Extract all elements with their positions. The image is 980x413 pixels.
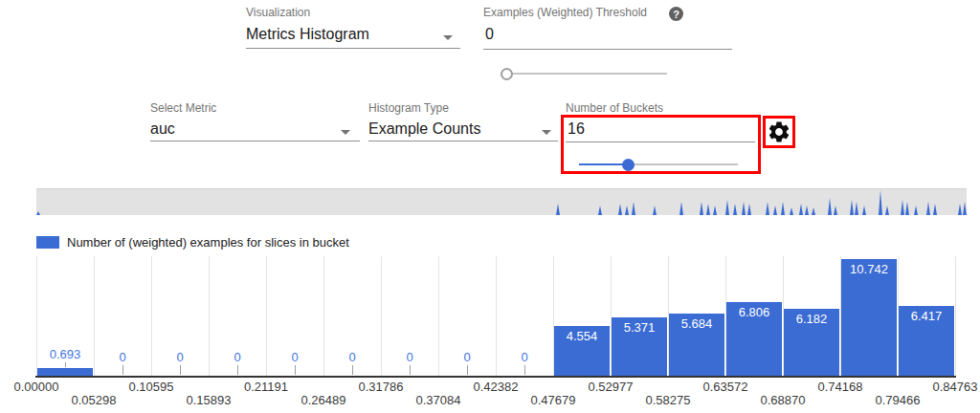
bar-value-label: 6.182	[783, 312, 840, 326]
x-axis-tick-label: 0.05298	[63, 393, 124, 407]
slice-spike	[879, 190, 882, 215]
bar-value-label: 0	[209, 350, 266, 364]
select-metric-label: Select Metric	[150, 101, 216, 115]
select-metric-select[interactable]: auc	[150, 120, 175, 138]
slice-spike	[632, 202, 635, 215]
slice-spike	[625, 206, 629, 215]
bar-value-label: 5.371	[611, 320, 668, 335]
x-axis-tick-label: 0.15893	[178, 393, 239, 407]
slice-spike	[933, 204, 937, 215]
legend-label: Number of (weighted) examples for slices…	[67, 235, 349, 250]
x-axis-tick-label: 0.37084	[408, 393, 469, 407]
slice-spike	[885, 206, 889, 215]
x-axis-line	[35, 376, 956, 378]
label-stem	[180, 365, 181, 375]
bar-value-label: 0	[94, 350, 151, 364]
bar-value-label: 0	[438, 350, 496, 364]
slice-spike	[914, 206, 918, 215]
slice-spike	[598, 206, 602, 215]
histogram-type-underline	[368, 141, 558, 141]
legend-swatch	[36, 236, 59, 249]
chevron-down-icon[interactable]	[542, 130, 551, 135]
slice-spike	[805, 206, 809, 215]
histogram-bar[interactable]	[37, 368, 93, 376]
x-axis-tick-label: 0.84763	[924, 380, 980, 394]
slice-spike	[725, 200, 729, 215]
bar-value-label: 4.554	[553, 329, 611, 343]
slice-spike	[773, 206, 777, 215]
slice-spike	[653, 206, 657, 215]
visualization-label: Visualization	[246, 6, 310, 19]
slice-spike	[799, 204, 803, 215]
histogram-bar[interactable]	[841, 259, 897, 376]
label-stem	[410, 365, 411, 375]
slice-spike	[766, 202, 769, 215]
bar-value-label: 0	[266, 350, 323, 364]
bar-value-label: 6.806	[725, 305, 783, 319]
threshold-slider-thumb[interactable]	[501, 68, 513, 80]
bar-value-label: 5.684	[668, 316, 725, 331]
label-stem	[65, 362, 66, 367]
chevron-down-icon[interactable]	[443, 35, 453, 40]
slice-spike	[850, 200, 854, 215]
help-icon[interactable]: ?	[669, 7, 683, 21]
x-axis-tick-label: 0.79466	[867, 393, 928, 407]
select-metric-underline	[150, 141, 360, 141]
slice-spike	[828, 198, 832, 215]
label-stem	[122, 365, 123, 375]
visualization-underline	[246, 48, 460, 49]
label-stem	[524, 365, 525, 375]
slice-spike	[862, 206, 866, 215]
label-stem	[352, 365, 353, 375]
x-axis-tick-label: 0.68870	[752, 393, 813, 407]
threshold-label: Examples (Weighted) Threshold	[483, 6, 647, 19]
slice-spike	[790, 207, 793, 215]
label-stem	[237, 365, 238, 375]
slice-spike	[812, 207, 815, 215]
threshold-input[interactable]: 0	[485, 26, 494, 43]
num-buckets-slider-fill	[579, 163, 628, 165]
bar-value-label: 0	[381, 350, 438, 364]
slice-spike	[926, 202, 930, 215]
slice-spike	[958, 204, 962, 215]
num-buckets-slider-thumb[interactable]	[622, 159, 635, 171]
slice-spike	[706, 204, 710, 215]
slice-density-sparkline	[36, 189, 967, 215]
num-buckets-label: Number of Buckets	[566, 101, 663, 115]
slice-spike	[700, 202, 703, 215]
x-axis-labels: 0.000000.052980.105950.158930.211910.264…	[36, 380, 980, 408]
slice-overview-strip[interactable]	[36, 188, 967, 215]
visualization-select[interactable]: Metrics Histogram	[246, 26, 369, 43]
label-stem	[467, 365, 468, 375]
slice-spike	[742, 202, 746, 215]
x-axis-tick-label: 0.47679	[523, 393, 584, 407]
slice-spike	[781, 202, 785, 215]
x-axis-tick-label: 0.42382	[465, 380, 526, 394]
slice-spike	[963, 202, 967, 215]
slice-spike	[556, 204, 560, 215]
threshold-slider-track[interactable]	[501, 73, 667, 75]
gear-icon[interactable]	[767, 120, 791, 144]
slice-spike	[36, 211, 40, 215]
x-axis-tick-label: 0.63572	[695, 380, 756, 394]
histogram-plot: 0.693000000004.5545.3715.6846.8066.18210…	[36, 256, 955, 376]
x-axis-tick-label: 0.58275	[637, 393, 699, 407]
metrics-histogram-panel: Visualization Metrics Histogram Examples…	[0, 0, 980, 413]
bar-value-label: 0	[496, 350, 553, 364]
chevron-down-icon[interactable]	[341, 130, 350, 135]
label-stem	[295, 365, 296, 375]
slice-spike	[733, 204, 737, 215]
slice-spike	[679, 202, 683, 215]
slice-spike	[901, 200, 904, 215]
x-axis-tick-label: 0.74168	[810, 380, 871, 394]
x-axis-tick-label: 0.26489	[293, 393, 354, 407]
gridline	[955, 256, 956, 376]
bar-value-label: 0	[323, 350, 381, 364]
chart-legend: Number of (weighted) examples for slices…	[36, 235, 349, 250]
num-buckets-input[interactable]: 16	[568, 120, 585, 138]
bar-value-label: 6.417	[898, 309, 955, 323]
histogram-type-select[interactable]: Example Counts	[368, 120, 480, 138]
histogram-type-label: Histogram Type	[368, 101, 449, 115]
bar-value-label: 10.742	[840, 262, 898, 276]
slice-spike	[618, 204, 622, 215]
